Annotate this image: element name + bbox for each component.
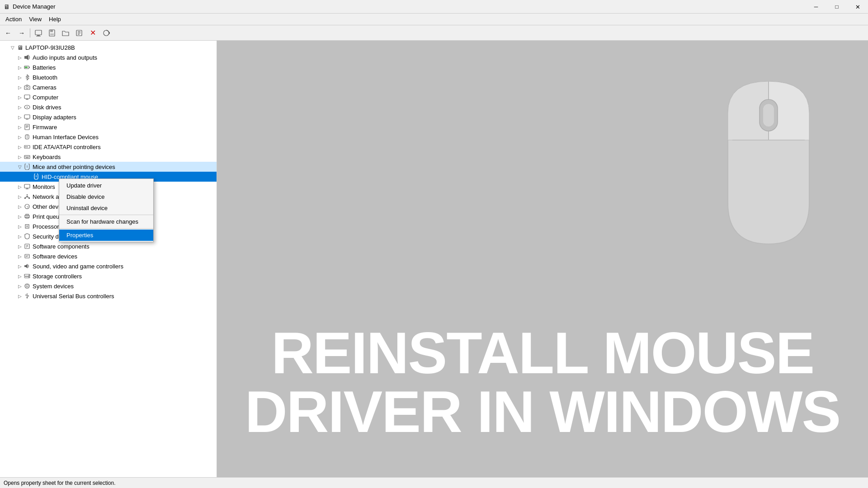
svg-point-78 — [25, 295, 26, 296]
svg-marker-69 — [26, 264, 28, 268]
tree-sw-components[interactable]: ▷ Software components — [0, 241, 217, 251]
svg-rect-49 — [28, 197, 30, 199]
keyboards-label: Keyboards — [33, 154, 61, 160]
svg-rect-40 — [28, 156, 29, 157]
toolbar-save[interactable] — [46, 27, 58, 39]
ctx-properties[interactable]: Properties — [59, 230, 153, 241]
storage-icon — [24, 272, 31, 280]
svg-rect-60 — [26, 225, 28, 227]
ide-icon — [24, 143, 31, 150]
network-expand: ▷ — [16, 193, 24, 200]
maximize-button[interactable]: □ — [826, 0, 847, 14]
overlay-line1: REINSTALL MOUSE — [235, 324, 850, 382]
sound-label: Sound, video and game controllers — [33, 263, 123, 270]
mice-icon — [24, 163, 31, 170]
cameras-expand: ▷ — [16, 84, 24, 91]
keyboards-expand: ▷ — [16, 153, 24, 160]
tree-cameras[interactable]: ▷ Cameras — [0, 82, 217, 92]
hid-mouse-icon — [33, 173, 40, 180]
tree-storage[interactable]: ▷ Storage controllers — [0, 271, 217, 281]
ctx-update-driver[interactable]: Update driver — [59, 180, 153, 191]
overlay-text: REINSTALL MOUSE DRIVER IN WINDOWS — [217, 324, 868, 441]
title-bar: 🖥 Device Manager ─ □ ✕ — [0, 0, 868, 14]
tree-disk[interactable]: ▷ Disk drives — [0, 102, 217, 112]
tree-usb[interactable]: ▷ Universal Serial Bus controllers — [0, 291, 217, 301]
disk-label: Disk drives — [33, 104, 61, 111]
tree-root[interactable]: ▽ 🖥 LAPTOP-9I3IU28B — [0, 42, 217, 52]
svg-rect-15 — [29, 67, 30, 68]
menu-action[interactable]: Action — [2, 15, 25, 23]
hid-mouse-expand — [25, 173, 33, 180]
menu-view[interactable]: View — [25, 15, 45, 23]
svg-rect-37 — [25, 156, 26, 157]
svg-rect-83 — [763, 104, 774, 127]
batteries-label: Batteries — [33, 64, 56, 71]
batteries-icon — [24, 64, 31, 71]
mice-expand: ▽ — [16, 163, 24, 170]
close-button[interactable]: ✕ — [847, 0, 868, 14]
monitors-label: Monitors — [33, 183, 55, 190]
svg-point-18 — [26, 87, 28, 89]
bluetooth-icon — [24, 74, 31, 81]
system-expand: ▷ — [16, 282, 24, 290]
tree-hid[interactable]: ▷ Human Interface Devices — [0, 132, 217, 142]
svg-rect-19 — [24, 95, 30, 99]
toolbar: ← → ✕ — [0, 25, 868, 41]
print-expand: ▷ — [16, 213, 24, 220]
svg-rect-39 — [28, 156, 28, 157]
print-icon — [24, 213, 31, 220]
mice-label: Mice and other pointing devices — [33, 164, 115, 170]
firmware-label: Firmware — [33, 124, 57, 131]
sw-devices-label: Software devices — [33, 253, 77, 260]
tree-system[interactable]: ▷ System devices — [0, 281, 217, 291]
security-expand: ▷ — [16, 233, 24, 240]
firmware-expand: ▷ — [16, 123, 24, 131]
toolbar-sep-1 — [30, 28, 30, 38]
processors-label: Processors — [33, 223, 62, 230]
status-text: Opens property sheet for the current sel… — [4, 480, 115, 486]
toolbar-forward[interactable]: → — [15, 27, 28, 39]
tree-display[interactable]: ▷ Display adapters — [0, 112, 217, 122]
tree-batteries[interactable]: ▷ Batteries — [0, 62, 217, 72]
svg-rect-1 — [37, 35, 40, 36]
svg-point-23 — [27, 107, 28, 108]
minimize-button[interactable]: ─ — [806, 0, 826, 14]
ctx-sep-1 — [59, 215, 153, 215]
system-label: System devices — [33, 283, 74, 290]
computer-label: Computer — [33, 94, 58, 101]
ctx-scan-hardware[interactable]: Scan for hardware changes — [59, 216, 153, 227]
menu-help[interactable]: Help — [45, 15, 65, 23]
svg-rect-35 — [27, 146, 28, 147]
ctx-disable-device[interactable]: Disable device — [59, 191, 153, 202]
tree-mice[interactable]: ▽ Mice and other pointing devices — [0, 162, 217, 172]
cameras-icon — [24, 84, 31, 91]
toolbar-delete[interactable]: ✕ — [86, 27, 99, 39]
svg-rect-41 — [26, 157, 29, 158]
tree-computer[interactable]: ▷ Computer — [0, 92, 217, 102]
usb-label: Universal Serial Bus controllers — [33, 293, 114, 300]
root-expand-icon: ▽ — [9, 44, 16, 51]
toolbar-computer[interactable] — [32, 27, 45, 39]
tree-sw-devices[interactable]: ▷ Software devices — [0, 251, 217, 261]
system-icon — [24, 282, 31, 290]
toolbar-back[interactable]: ← — [2, 27, 14, 39]
svg-point-73 — [28, 277, 29, 278]
svg-rect-47 — [24, 197, 26, 199]
tree-keyboards[interactable]: ▷ Keyboards — [0, 152, 217, 162]
title-icon: 🖥 — [4, 3, 10, 10]
tree-audio[interactable]: ▷ Audio inputs and outputs — [0, 52, 217, 62]
tree-sound[interactable]: ▷ Sound, video and game controllers — [0, 261, 217, 271]
toolbar-properties[interactable] — [73, 27, 85, 39]
svg-rect-38 — [26, 156, 27, 157]
svg-marker-13 — [26, 55, 28, 60]
storage-label: Storage controllers — [33, 273, 82, 280]
toolbar-folder[interactable] — [59, 27, 72, 39]
toolbar-scan[interactable] — [100, 27, 113, 39]
svg-rect-50 — [27, 194, 28, 195]
tree-firmware[interactable]: ▷ Firmware — [0, 122, 217, 132]
ctx-uninstall-device[interactable]: Uninstall device — [59, 202, 153, 214]
tree-ide[interactable]: ▷ IDE ATA/ATAPI controllers — [0, 142, 217, 152]
svg-rect-24 — [24, 115, 30, 118]
tree-bluetooth[interactable]: ▷ Bluetooth — [0, 72, 217, 82]
device-tree[interactable]: ▽ 🖥 LAPTOP-9I3IU28B ▷ Audio inputs and o… — [0, 41, 217, 477]
